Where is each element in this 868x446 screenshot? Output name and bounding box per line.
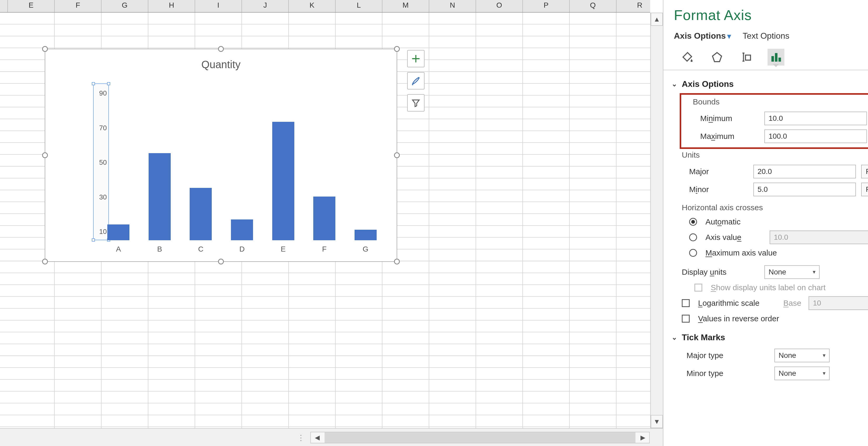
chevron-down-icon: ⌄ xyxy=(671,333,678,341)
x-axis-label: A xyxy=(116,245,121,254)
col-header[interactable]: K xyxy=(289,0,336,12)
major-tick-select[interactable]: None xyxy=(774,349,830,362)
sheet-split-handle[interactable]: ⋮ xyxy=(297,434,306,442)
resize-handle[interactable] xyxy=(394,259,400,264)
scroll-right-icon[interactable]: ▶ xyxy=(637,432,649,443)
major-unit-input[interactable] xyxy=(753,165,856,178)
col-header[interactable]: M xyxy=(382,0,429,12)
display-units-select[interactable]: None xyxy=(764,265,819,279)
minor-unit-label: Minor xyxy=(689,185,750,194)
reverse-order-label: Values in reverse order xyxy=(698,314,779,323)
col-header[interactable]: H xyxy=(148,0,195,12)
maximum-input[interactable] xyxy=(764,129,867,143)
col-header[interactable]: Q xyxy=(570,0,617,12)
axis-value-label: Axis value xyxy=(706,233,766,242)
scroll-up-icon[interactable]: ▲ xyxy=(651,12,663,26)
brush-icon xyxy=(411,76,421,86)
bottom-bar: ⋮ ◀ ▶ xyxy=(0,428,663,446)
pentagon-icon xyxy=(711,51,723,63)
col-header[interactable]: O xyxy=(476,0,523,12)
chart-bar[interactable] xyxy=(231,219,253,240)
tab-text-options[interactable]: Text Options xyxy=(743,31,789,41)
radio-automatic[interactable] xyxy=(689,218,697,226)
resize-handle[interactable] xyxy=(394,152,400,158)
chevron-down-icon: ⌄ xyxy=(671,80,678,88)
axis-value-input[interactable] xyxy=(770,231,868,244)
maximum-label: Maximum xyxy=(700,132,761,141)
embedded-chart[interactable]: Quantity 10 30 50 70 90 ABCDEFG xyxy=(45,49,397,262)
chart-bar[interactable] xyxy=(107,225,129,240)
radio-axis-value[interactable] xyxy=(689,233,697,241)
axis-options-tab[interactable] xyxy=(768,49,784,65)
resize-handle[interactable] xyxy=(394,46,400,52)
minimum-input[interactable] xyxy=(764,112,867,125)
resize-handle[interactable] xyxy=(42,46,48,52)
section-axis-options[interactable]: ⌄ Axis Options xyxy=(671,75,868,93)
chart-styles-button[interactable] xyxy=(407,72,425,89)
svg-rect-2 xyxy=(779,58,781,62)
chart-bar[interactable] xyxy=(272,122,294,240)
pane-title: Format Axis xyxy=(674,7,752,23)
chart-bar[interactable] xyxy=(354,230,377,240)
display-units-label: Display units xyxy=(682,268,761,276)
chart-bar[interactable] xyxy=(190,188,212,240)
log-scale-label: Logarithmic scale xyxy=(698,299,780,307)
effects-tab[interactable] xyxy=(709,49,725,65)
x-axis-label: F xyxy=(322,245,327,254)
chart-filter-button[interactable] xyxy=(407,94,425,112)
x-axis-label: G xyxy=(363,245,369,254)
chart-add-element-button[interactable] xyxy=(407,50,425,67)
col-header[interactable]: F xyxy=(55,0,101,12)
scroll-thumb[interactable] xyxy=(324,432,636,443)
chart-bar[interactable] xyxy=(313,197,335,240)
major-unit-label: Major xyxy=(689,167,750,176)
chart-title[interactable]: Quantity xyxy=(45,49,397,70)
column-headers: E F G H I J K L M N O P Q R xyxy=(0,0,650,12)
svg-rect-1 xyxy=(775,53,777,62)
chart-bar[interactable] xyxy=(149,153,171,240)
show-units-label: Show display units label on chart xyxy=(711,283,826,292)
reverse-order-checkbox[interactable] xyxy=(682,315,690,323)
format-axis-pane: Format Axis ▼ ✕ Axis Options▾ Text Optio… xyxy=(663,0,868,446)
paint-bucket-icon xyxy=(682,51,693,63)
vertical-scrollbar[interactable]: ▲ ▼ xyxy=(650,12,663,428)
col-header[interactable]: J xyxy=(242,0,289,12)
scroll-left-icon[interactable]: ◀ xyxy=(311,432,323,443)
tab-axis-options[interactable]: Axis Options▾ xyxy=(674,31,731,41)
spreadsheet-area: E F G H I J K L M N O P Q R ▲ ▼ ⋮ ◀ xyxy=(0,0,663,446)
minor-unit-input[interactable] xyxy=(753,183,856,196)
bar-chart-icon xyxy=(770,51,782,63)
chart-bars xyxy=(98,83,386,240)
minor-tick-select[interactable]: None xyxy=(774,366,830,380)
units-label: Units xyxy=(671,149,868,162)
col-header[interactable]: E xyxy=(8,0,55,12)
col-header[interactable]: R xyxy=(617,0,663,12)
resize-handle[interactable] xyxy=(218,259,224,264)
log-base-label: Base xyxy=(783,299,805,307)
fill-line-tab[interactable] xyxy=(679,49,696,65)
major-tick-label: Major type xyxy=(686,351,771,360)
resize-handle[interactable] xyxy=(42,152,48,158)
section-tick-marks[interactable]: ⌄ Tick Marks xyxy=(671,325,868,347)
horizontal-scrollbar[interactable]: ◀ ▶ xyxy=(310,432,650,443)
log-scale-checkbox[interactable] xyxy=(682,299,690,307)
col-header[interactable]: N xyxy=(429,0,476,12)
col-header[interactable]: P xyxy=(523,0,570,12)
chart-plot-area[interactable]: 10 30 50 70 90 ABCDEFG xyxy=(98,83,386,240)
svg-rect-0 xyxy=(772,56,774,62)
max-axis-value-label: Maximum axis value xyxy=(706,248,777,257)
x-axis-label: D xyxy=(239,245,245,254)
minor-reset-button[interactable]: Reset xyxy=(861,183,868,196)
major-reset-button[interactable]: Reset xyxy=(861,165,868,178)
size-properties-tab[interactable] xyxy=(738,49,755,65)
automatic-label: Automatic xyxy=(706,217,740,226)
col-header[interactable]: G xyxy=(101,0,148,12)
scroll-down-icon[interactable]: ▼ xyxy=(651,415,663,428)
radio-max-axis-value[interactable] xyxy=(689,249,697,257)
resize-handle[interactable] xyxy=(42,259,48,264)
log-base-input[interactable] xyxy=(809,296,868,310)
col-header[interactable]: I xyxy=(195,0,242,12)
resize-handle[interactable] xyxy=(218,46,224,52)
col-header[interactable]: L xyxy=(336,0,382,12)
chart-context-buttons xyxy=(407,50,425,112)
